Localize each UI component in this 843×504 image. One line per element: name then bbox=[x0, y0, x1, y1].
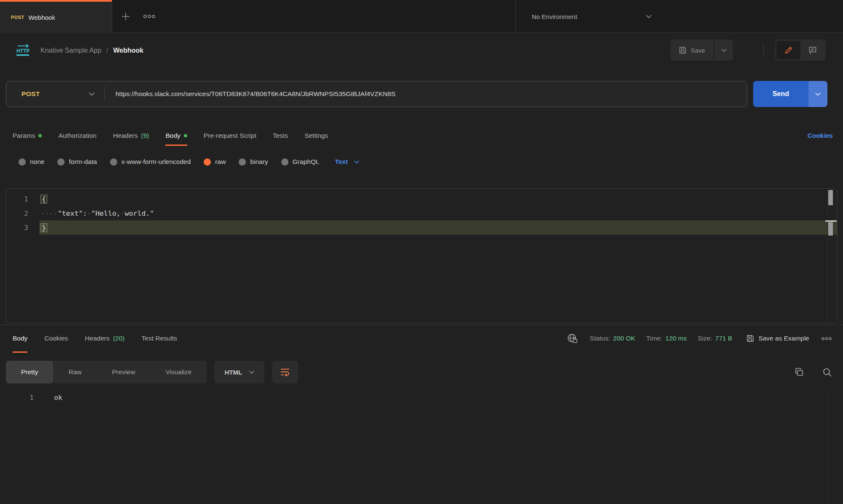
more-options-icon bbox=[143, 14, 156, 19]
breadcrumb: Knative Sample App / Webhook bbox=[40, 33, 143, 68]
environment-dropdown-button[interactable] bbox=[646, 0, 652, 33]
line-number: 1 bbox=[6, 394, 34, 402]
response-body-line[interactable]: 1 ok bbox=[6, 389, 826, 405]
time-value: 120 ms bbox=[665, 335, 687, 342]
send-button[interactable]: Send bbox=[753, 81, 808, 107]
tab-headers[interactable]: Headers (9) bbox=[113, 126, 149, 145]
wrap-text-button[interactable] bbox=[272, 361, 298, 383]
send-button-group: Send bbox=[753, 81, 827, 107]
response-tab-test-results[interactable]: Test Results bbox=[142, 325, 177, 352]
tab-label: Pre-request Script bbox=[204, 132, 256, 139]
save-button[interactable]: Save bbox=[671, 40, 714, 61]
edit-mode-button[interactable] bbox=[776, 41, 800, 59]
chevron-down-icon bbox=[354, 160, 359, 164]
cookies-link[interactable]: Cookies bbox=[808, 132, 833, 139]
radio-icon[interactable] bbox=[19, 158, 26, 166]
copy-icon[interactable] bbox=[795, 367, 804, 377]
send-options-button[interactable] bbox=[808, 81, 827, 107]
edit-comment-toggle-group bbox=[775, 40, 826, 61]
status-stat: Status: 200 OK bbox=[590, 335, 636, 342]
request-tab[interactable]: POST Webhook bbox=[0, 0, 112, 33]
radio-icon[interactable] bbox=[239, 158, 246, 166]
more-options-icon bbox=[821, 337, 832, 340]
tab-label: Settings bbox=[304, 132, 328, 139]
tab-label: Body bbox=[13, 335, 27, 342]
raw-language-selector[interactable]: Text bbox=[335, 158, 359, 166]
environment-selector[interactable]: No Environment bbox=[532, 0, 577, 33]
save-options-button[interactable] bbox=[714, 40, 733, 61]
tab-settings[interactable]: Settings bbox=[304, 126, 328, 145]
code-text: "text": bbox=[58, 209, 87, 217]
view-raw[interactable]: Raw bbox=[53, 361, 97, 383]
mode-label: raw bbox=[215, 158, 226, 166]
tab-label: Test Results bbox=[142, 335, 177, 342]
tab-authorization[interactable]: Authorization bbox=[58, 126, 96, 145]
response-tab-body[interactable]: Body bbox=[13, 325, 27, 352]
tab-label: Headers bbox=[113, 132, 138, 139]
radio-icon[interactable] bbox=[281, 158, 288, 166]
svg-text:HTTP: HTTP bbox=[16, 48, 30, 54]
editor-line-active[interactable]: 3 } bbox=[6, 220, 837, 235]
status-label: Status: bbox=[590, 335, 610, 342]
mode-none[interactable]: none bbox=[19, 158, 44, 166]
tab-params[interactable]: Params bbox=[13, 126, 42, 145]
mode-raw[interactable]: raw bbox=[204, 158, 226, 166]
save-as-example-button[interactable]: Save as Example bbox=[746, 335, 809, 342]
editor-line[interactable]: 1 { bbox=[6, 192, 837, 206]
wrap-text-icon bbox=[280, 367, 290, 377]
response-tab-cookies[interactable]: Cookies bbox=[44, 325, 68, 352]
tab-pre-request-script[interactable]: Pre-request Script bbox=[204, 126, 256, 145]
tab-label: Params bbox=[13, 132, 35, 139]
whitespace-dots: ···· bbox=[41, 209, 58, 217]
code-text: world." bbox=[125, 209, 154, 217]
mode-x-www-form-urlencoded[interactable]: x-www-form-urlencoded bbox=[110, 158, 191, 166]
mode-form-data[interactable]: form-data bbox=[57, 158, 97, 166]
mode-label: form-data bbox=[69, 158, 97, 166]
new-tab-button[interactable] bbox=[117, 0, 134, 33]
code-bracket: } bbox=[41, 224, 47, 232]
mode-binary[interactable]: binary bbox=[239, 158, 268, 166]
request-body-editor[interactable]: 1 { 2 ····"text":·"Hello,·world." 3 } bbox=[6, 188, 838, 323]
mode-label: x-www-form-urlencoded bbox=[121, 158, 191, 166]
radio-icon[interactable] bbox=[110, 158, 117, 166]
view-preview[interactable]: Preview bbox=[97, 361, 151, 383]
response-more-options-button[interactable] bbox=[821, 337, 832, 340]
code-text: "Hello, bbox=[91, 209, 121, 217]
whitespace-dots: · bbox=[87, 209, 91, 217]
editor-scrollbar-thumb[interactable] bbox=[828, 190, 833, 205]
method-selector[interactable]: POST bbox=[6, 90, 104, 98]
tab-tests[interactable]: Tests bbox=[273, 126, 288, 145]
response-tab-headers[interactable]: Headers (20) bbox=[85, 325, 124, 352]
chevron-down-icon bbox=[249, 370, 254, 374]
tab-label: Tests bbox=[273, 132, 288, 139]
tab-label: Headers bbox=[85, 335, 110, 342]
search-icon[interactable] bbox=[822, 367, 832, 377]
view-visualize[interactable]: Visualize bbox=[151, 361, 207, 383]
editor-overview-thumb[interactable] bbox=[828, 222, 833, 236]
method-label: POST bbox=[22, 90, 40, 98]
breadcrumb-collection[interactable]: Knative Sample App bbox=[40, 47, 101, 54]
url-input-container: POST https://hooks.slack.com/services/T0… bbox=[6, 81, 747, 107]
tab-count: (20) bbox=[113, 335, 125, 342]
radio-selected-icon[interactable] bbox=[204, 158, 211, 166]
editor-line[interactable]: 2 ····"text":·"Hello,·world." bbox=[6, 206, 837, 220]
breadcrumb-request-name[interactable]: Webhook bbox=[113, 47, 144, 54]
line-number: 3 bbox=[6, 224, 39, 232]
view-pretty[interactable]: Pretty bbox=[6, 361, 53, 383]
size-label: Size: bbox=[698, 335, 712, 342]
comments-button[interactable] bbox=[800, 41, 824, 59]
response-format-selector[interactable]: HTML bbox=[214, 361, 264, 383]
tab-options-button[interactable] bbox=[141, 0, 158, 33]
url-input[interactable]: https://hooks.slack.com/services/T06TD83… bbox=[105, 90, 396, 98]
code-bracket: { bbox=[41, 195, 47, 203]
mode-graphql[interactable]: GraphQL bbox=[281, 158, 320, 166]
network-globe-lock-icon[interactable] bbox=[567, 333, 578, 343]
time-stat: Time: 120 ms bbox=[646, 335, 687, 342]
request-tab-method: POST bbox=[11, 15, 24, 20]
tab-body[interactable]: Body bbox=[165, 126, 187, 145]
radio-icon[interactable] bbox=[57, 158, 65, 166]
save-as-example-label: Save as Example bbox=[758, 335, 809, 342]
mode-label: GraphQL bbox=[293, 158, 320, 166]
request-tabs: Params Authorization Headers (9) Body Pr… bbox=[13, 126, 833, 145]
tab-count: (9) bbox=[141, 132, 149, 139]
